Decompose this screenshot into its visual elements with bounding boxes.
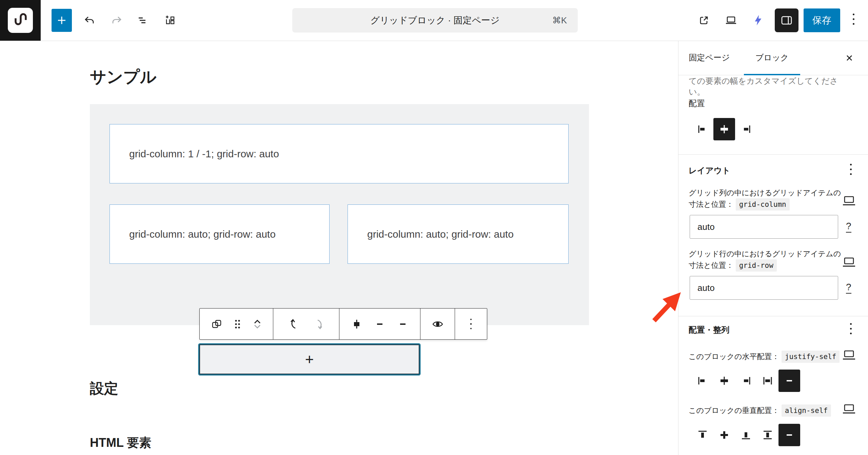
grid-block-container[interactable]: grid-column: 1 / -1; grid-row: auto grid… (90, 104, 589, 325)
layout-panel-title: レイアウト (689, 165, 730, 176)
justify-start-icon (697, 375, 708, 386)
grid-column-code-chip: grid-column (736, 198, 790, 211)
move-up-button[interactable] (288, 318, 299, 330)
responsive-laptop-icon[interactable] (842, 195, 856, 207)
settings-heading[interactable]: 設定 (90, 379, 118, 398)
grid-column-input[interactable] (690, 215, 838, 239)
block-options-button[interactable] (470, 319, 472, 330)
width-customize-hint: ての要素の幅をカスタマイズしてください。 (689, 76, 848, 97)
grid-row-input[interactable] (690, 276, 838, 300)
justify-start-button[interactable] (692, 370, 713, 392)
sidebar-header: 固定ページ ブロック (678, 41, 868, 75)
preview-device-button[interactable] (725, 14, 737, 27)
grid-row-help-link[interactable]: ? (846, 282, 851, 294)
redo-icon (111, 14, 123, 26)
tab-block[interactable]: ブロック (745, 41, 799, 74)
undo-button[interactable] (83, 14, 95, 26)
eye-icon (432, 318, 444, 330)
grid-column-help-link[interactable]: ? (846, 221, 851, 233)
dash-icon (374, 318, 386, 330)
align-auto-button[interactable] (778, 424, 800, 446)
placement-panel-title: 配置・整列 (689, 324, 729, 335)
boost-button[interactable] (752, 14, 765, 27)
kebab-dot (853, 23, 854, 25)
document-title: グリッドブロック · 固定ページ (370, 14, 499, 26)
alignment-label: 配置 (689, 98, 705, 109)
block-mover[interactable] (253, 319, 262, 330)
grid-item-full-width[interactable]: grid-column: 1 / -1; grid-row: auto (110, 124, 569, 183)
block-appender[interactable]: + (199, 344, 419, 374)
site-logo[interactable] (0, 0, 41, 41)
view-page-button[interactable] (697, 14, 710, 27)
grid-item-right[interactable]: grid-column: auto; grid-row: auto (348, 204, 569, 264)
column-span-button[interactable] (351, 318, 362, 330)
align-stretch-button[interactable] (757, 424, 778, 446)
editor-topbar: グリッドブロック · 固定ページ ⌘K (0, 0, 868, 41)
align-bottom-icon (741, 430, 751, 440)
grid-column-label: グリッド列の中におけるグリッドアイテムの寸法と位置： grid-column (689, 187, 842, 211)
close-icon (844, 53, 855, 63)
drag-handle[interactable] (233, 319, 241, 330)
block-inserter-button[interactable] (52, 9, 72, 32)
layout-options-button[interactable] (847, 164, 855, 177)
site-logo-icon (8, 8, 33, 33)
save-button[interactable]: 保存 (804, 8, 840, 32)
align-bottom-button[interactable] (735, 424, 757, 446)
justify-self-button-group (692, 370, 800, 392)
kebab-dot (850, 173, 852, 175)
row-span-button[interactable] (374, 318, 386, 330)
justify-self-label: このブロックの水平配置： justify-self (689, 351, 842, 363)
align-top-button[interactable] (692, 424, 713, 446)
kebab-dot (470, 323, 472, 325)
justify-center-button[interactable] (713, 370, 735, 392)
visibility-button[interactable] (432, 318, 444, 330)
justify-self-label-text: このブロックの水平配置： (689, 352, 780, 361)
list-view-button[interactable] (137, 14, 149, 26)
patterns-button[interactable] (164, 14, 176, 26)
kebab-dot (853, 14, 854, 15)
kebab-dot (853, 18, 854, 20)
kebab-dot (850, 328, 852, 330)
chevron-down-icon (253, 324, 262, 330)
block-toolbar (199, 308, 487, 340)
responsive-laptop-icon[interactable] (842, 257, 856, 268)
tab-page[interactable]: 固定ページ (682, 41, 736, 74)
move-down-button[interactable] (313, 318, 325, 330)
grid-item-text: grid-column: 1 / -1; grid-row: auto (110, 148, 279, 160)
close-sidebar-button[interactable] (844, 51, 857, 65)
grid-item-selected[interactable]: grid-column: auto; grid-row: auto (110, 204, 330, 264)
align-center-button[interactable] (713, 424, 735, 446)
align-self-label: このブロックの垂直配置： align-self (689, 404, 842, 417)
align-full-button[interactable] (735, 118, 757, 140)
justify-center-icon (719, 375, 730, 386)
lightning-bolt-icon (752, 14, 765, 27)
redo-button[interactable] (111, 14, 123, 26)
drag-dots-icon (233, 319, 241, 330)
plus-icon (56, 15, 67, 26)
curved-arrow-up-icon (288, 318, 299, 330)
html-element-heading[interactable]: HTML 要素 (90, 435, 151, 451)
align-top-icon (697, 430, 708, 440)
page-title-heading[interactable]: サンプル (90, 66, 157, 88)
align-wide-button[interactable] (713, 118, 735, 140)
grid-row-label: グリッド行の中におけるグリッドアイテムの寸法と位置： grid-row (689, 249, 842, 272)
editor-canvas: サンプル grid-column: 1 / -1; grid-row: auto… (0, 41, 678, 455)
grid-item-text: grid-column: auto; grid-row: auto (110, 229, 276, 240)
responsive-laptop-icon[interactable] (842, 350, 856, 361)
document-title-bar[interactable]: グリッドブロック · 固定ページ ⌘K (292, 8, 578, 33)
justify-end-button[interactable] (735, 370, 757, 392)
placement-options-button[interactable] (847, 323, 855, 337)
options-menu-button[interactable] (848, 14, 859, 28)
justify-stretch-button[interactable] (757, 370, 778, 392)
sidebar-icon (780, 14, 793, 27)
block-type-button[interactable] (211, 318, 222, 330)
settings-sidebar-toggle[interactable] (775, 8, 798, 32)
align-none-button[interactable] (692, 118, 713, 140)
dash-icon (784, 430, 795, 440)
kebab-dot (470, 319, 472, 320)
justify-auto-button[interactable] (778, 370, 800, 392)
responsive-laptop-icon[interactable] (842, 403, 856, 415)
align-self-code-chip: align-self (782, 404, 831, 417)
placement-button[interactable] (397, 318, 409, 330)
panel-divider (678, 316, 868, 316)
